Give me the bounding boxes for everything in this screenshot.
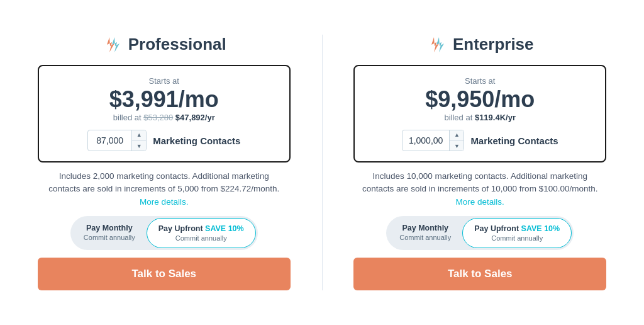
enterprise-contacts-row: 1,000,00 ▲ ▼ Marketing Contacts bbox=[370, 130, 590, 151]
enterprise-save-badge: SAVE 10% bbox=[521, 224, 560, 233]
enterprise-contacts-label: Marketing Contacts bbox=[470, 135, 558, 146]
professional-header: Professional bbox=[102, 35, 226, 55]
enterprise-description: Includes 10,000 marketing contacts. Addi… bbox=[353, 170, 606, 208]
enterprise-price: $9,950/mo bbox=[370, 87, 590, 112]
enterprise-pay-upfront-label: Pay Upfront SAVE 10% bbox=[474, 224, 560, 234]
pricing-container: Professional Starts at $3,991/mo billed … bbox=[0, 16, 644, 310]
professional-more-details[interactable]: More details. bbox=[140, 197, 188, 207]
plan-divider bbox=[322, 35, 323, 291]
enterprise-pricing-box: Starts at $9,950/mo billed at $119.4K/yr… bbox=[353, 65, 606, 163]
professional-pay-upfront-label: Pay Upfront SAVE 10% bbox=[158, 224, 244, 234]
enterprise-increment-button[interactable]: ▲ bbox=[450, 130, 464, 140]
professional-pay-upfront-option[interactable]: Pay Upfront SAVE 10% Commit annually bbox=[147, 218, 256, 249]
professional-pay-monthly-option[interactable]: Pay Monthly Commit annually bbox=[72, 218, 147, 249]
professional-pay-upfront-sub: Commit annually bbox=[158, 234, 244, 242]
enterprise-decrement-button[interactable]: ▼ bbox=[450, 140, 464, 151]
enterprise-billed-amount: $119.4K/yr bbox=[475, 113, 516, 122]
professional-description: Includes 2,000 marketing contacts. Addit… bbox=[38, 170, 291, 208]
professional-description-text: Includes 2,000 marketing contacts. Addit… bbox=[48, 171, 279, 193]
professional-contacts-value: 87,000 bbox=[88, 130, 132, 151]
enterprise-billing-toggle[interactable]: Pay Monthly Commit annually Pay Upfront … bbox=[386, 216, 574, 251]
enterprise-pay-upfront-sub: Commit annually bbox=[474, 234, 560, 242]
professional-price: $3,991/mo bbox=[54, 87, 274, 112]
professional-pay-monthly-sub: Commit annually bbox=[84, 233, 135, 242]
professional-contacts-row: 87,000 ▲ ▼ Marketing Contacts bbox=[54, 130, 274, 151]
professional-billed: billed at $53,280 $47,892/yr bbox=[54, 113, 274, 122]
professional-pay-monthly-label: Pay Monthly bbox=[84, 223, 135, 233]
enterprise-title: Enterprise bbox=[453, 35, 534, 54]
enterprise-plan: Enterprise Starts at $9,950/mo billed at… bbox=[353, 35, 606, 291]
svg-marker-2 bbox=[431, 37, 439, 52]
enterprise-more-details[interactable]: More details. bbox=[456, 197, 504, 207]
professional-billed-amount: $47,892/yr bbox=[175, 113, 215, 122]
professional-pricing-box: Starts at $3,991/mo billed at $53,280 $4… bbox=[38, 65, 291, 163]
enterprise-pay-monthly-sub: Commit annually bbox=[399, 233, 451, 242]
enterprise-stepper[interactable]: 1,000,00 ▲ ▼ bbox=[402, 130, 465, 151]
enterprise-stepper-buttons: ▲ ▼ bbox=[450, 130, 464, 151]
professional-cta-button[interactable]: Talk to Sales bbox=[38, 258, 291, 290]
professional-icon bbox=[102, 35, 122, 55]
enterprise-pay-monthly-label: Pay Monthly bbox=[399, 223, 451, 233]
professional-decrement-button[interactable]: ▼ bbox=[132, 140, 146, 151]
enterprise-billed-label: billed at bbox=[444, 113, 472, 122]
enterprise-pay-upfront-option[interactable]: Pay Upfront SAVE 10% Commit annually bbox=[462, 218, 572, 249]
enterprise-cta-button[interactable]: Talk to Sales bbox=[353, 258, 606, 290]
professional-save-badge: SAVE 10% bbox=[205, 224, 244, 233]
enterprise-icon bbox=[426, 35, 447, 55]
professional-stepper-buttons: ▲ ▼ bbox=[132, 130, 146, 151]
professional-title: Professional bbox=[128, 35, 226, 54]
professional-plan: Professional Starts at $3,991/mo billed … bbox=[38, 35, 291, 291]
billed-label: billed at bbox=[113, 113, 142, 122]
professional-increment-button[interactable]: ▲ bbox=[132, 130, 146, 140]
enterprise-starts-at: Starts at bbox=[370, 76, 590, 86]
enterprise-header: Enterprise bbox=[426, 35, 534, 55]
professional-stepper[interactable]: 87,000 ▲ ▼ bbox=[87, 130, 147, 151]
professional-billing-toggle[interactable]: Pay Monthly Commit annually Pay Upfront … bbox=[70, 216, 258, 251]
professional-billed-strikethrough: $53,280 bbox=[143, 113, 173, 122]
enterprise-billed: billed at $119.4K/yr bbox=[370, 113, 590, 122]
enterprise-description-text: Includes 10,000 marketing contacts. Addi… bbox=[362, 171, 597, 193]
professional-contacts-label: Marketing Contacts bbox=[153, 135, 240, 146]
enterprise-pay-monthly-option[interactable]: Pay Monthly Commit annually bbox=[388, 218, 462, 249]
professional-starts-at: Starts at bbox=[54, 76, 274, 86]
svg-marker-0 bbox=[107, 37, 114, 52]
enterprise-contacts-value: 1,000,00 bbox=[402, 130, 450, 151]
